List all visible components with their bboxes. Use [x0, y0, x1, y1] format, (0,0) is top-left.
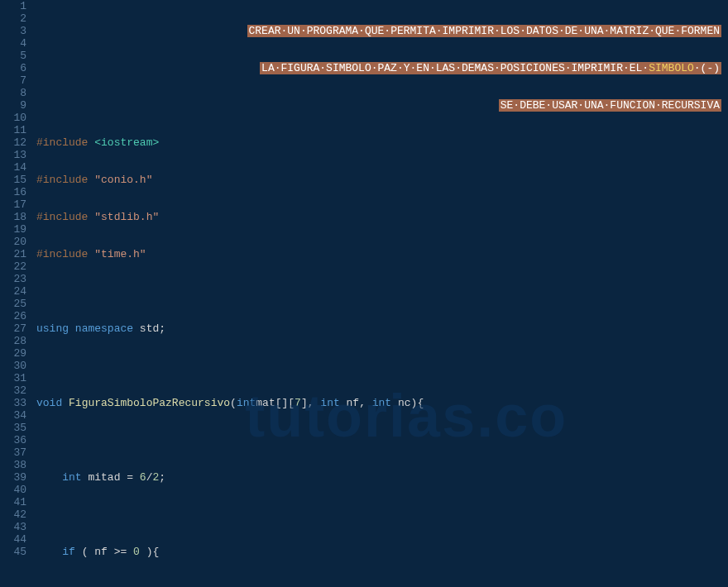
code-line	[36, 434, 728, 446]
line-number: 5	[0, 50, 26, 62]
line-number: 23	[0, 273, 26, 285]
line-number: 28	[0, 335, 26, 347]
line-number: 42	[0, 508, 26, 521]
line-number: 20	[0, 236, 26, 248]
code-area[interactable]: CREAR·UN·PROGRAMA·QUE·PERMITA·IMPRIMIR·L…	[33, 0, 728, 587]
code-line: int mitad = 6/2;	[36, 471, 728, 484]
line-number: 35	[0, 422, 26, 434]
line-number: 14	[0, 161, 26, 174]
line-number: 21	[0, 248, 26, 260]
line-number: 27	[0, 322, 26, 335]
line-number: 18	[0, 211, 26, 223]
line-number: 6	[0, 62, 26, 74]
code-line: #include "conio.h"	[36, 174, 728, 186]
code-line	[36, 360, 728, 372]
line-number: 10	[0, 112, 26, 124]
line-number: 19	[0, 223, 26, 236]
code-line	[36, 508, 728, 521]
code-line	[36, 583, 728, 587]
code-line: void FiguraSimboloPazRecursivo(intmat[][…	[36, 397, 728, 409]
line-number: 2	[0, 12, 26, 25]
line-number: 15	[0, 174, 26, 186]
line-number: 26	[0, 310, 26, 322]
code-line: LA·FIGURA·SIMBOLO·PAZ·Y·EN·LAS·DEMAS·POS…	[36, 62, 728, 74]
line-number: 32	[0, 384, 26, 397]
line-number: 45	[0, 546, 26, 558]
code-line	[36, 285, 728, 298]
line-number: 22	[0, 260, 26, 273]
line-number: 38	[0, 459, 26, 471]
line-number: 9	[0, 99, 26, 112]
line-number: 4	[0, 37, 26, 50]
code-line: SE·DEBE·USAR·UNA·FUNCION·RECURSIVA	[36, 99, 728, 112]
line-number: 7	[0, 74, 26, 87]
line-number: 39	[0, 471, 26, 484]
line-number: 36	[0, 434, 26, 446]
line-number: 13	[0, 149, 26, 161]
code-line: CREAR·UN·PROGRAMA·QUE·PERMITA·IMPRIMIR·L…	[36, 25, 728, 37]
line-number-gutter: 1 2 3 4 5 6 7 8 9 10 11 12 13 14 15 16 1…	[0, 0, 33, 587]
line-number: 25	[0, 298, 26, 310]
code-line: #include "time.h"	[36, 248, 728, 260]
line-number: 1	[0, 0, 26, 12]
code-line: if ( nf >= 0 ){	[36, 546, 728, 558]
line-number: 3	[0, 25, 26, 37]
code-line: using namespace std;	[36, 322, 728, 335]
line-number: 44	[0, 533, 26, 546]
line-number: 37	[0, 446, 26, 459]
line-number: 34	[0, 409, 26, 422]
code-editor[interactable]: 1 2 3 4 5 6 7 8 9 10 11 12 13 14 15 16 1…	[0, 0, 728, 587]
line-number: 24	[0, 285, 26, 298]
code-line: #include <iostream>	[36, 136, 728, 149]
line-number: 33	[0, 397, 26, 409]
line-number: 8	[0, 87, 26, 99]
comment-highlight: CREAR·UN·PROGRAMA·QUE·PERMITA·IMPRIMIR·L…	[247, 25, 722, 37]
line-number: 43	[0, 521, 26, 533]
line-number: 29	[0, 347, 26, 360]
line-number: 30	[0, 360, 26, 372]
code-line: #include "stdlib.h"	[36, 211, 728, 223]
comment-highlight: SE·DEBE·USAR·UNA·FUNCION·RECURSIVA	[499, 99, 721, 112]
line-number: 40	[0, 484, 26, 496]
line-number: 31	[0, 372, 26, 384]
line-number: 16	[0, 186, 26, 198]
line-number: 11	[0, 124, 26, 136]
comment-highlight: LA·FIGURA·SIMBOLO·PAZ·Y·EN·LAS·DEMAS·POS…	[260, 62, 721, 74]
line-number: 41	[0, 496, 26, 508]
line-number: 17	[0, 198, 26, 211]
line-number: 12	[0, 136, 26, 149]
